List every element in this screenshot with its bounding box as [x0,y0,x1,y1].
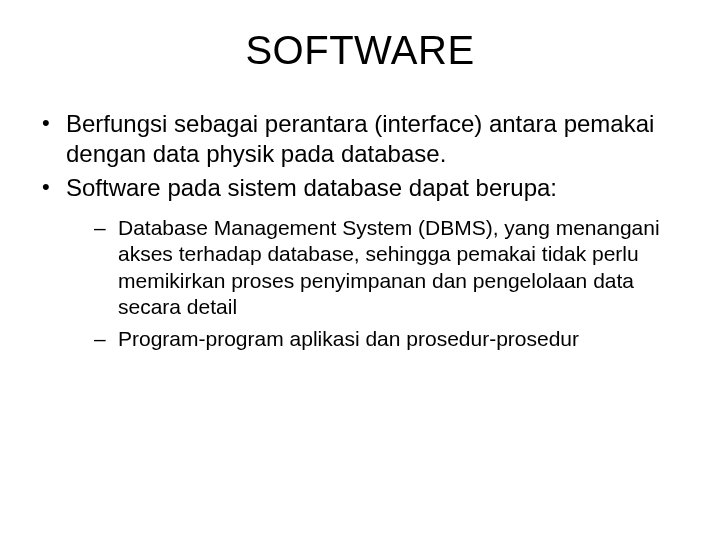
list-item: Database Management System (DBMS), yang … [66,215,682,320]
sub-bullet-list: Database Management System (DBMS), yang … [66,215,682,352]
bullet-list: Berfungsi sebagai perantara (interface) … [38,109,682,352]
list-item-text: Software pada sistem database dapat beru… [66,174,557,201]
list-item: Software pada sistem database dapat beru… [38,173,682,352]
list-item: Program-program aplikasi dan prosedur-pr… [66,326,682,352]
list-item: Berfungsi sebagai perantara (interface) … [38,109,682,169]
slide-title: SOFTWARE [38,28,682,73]
